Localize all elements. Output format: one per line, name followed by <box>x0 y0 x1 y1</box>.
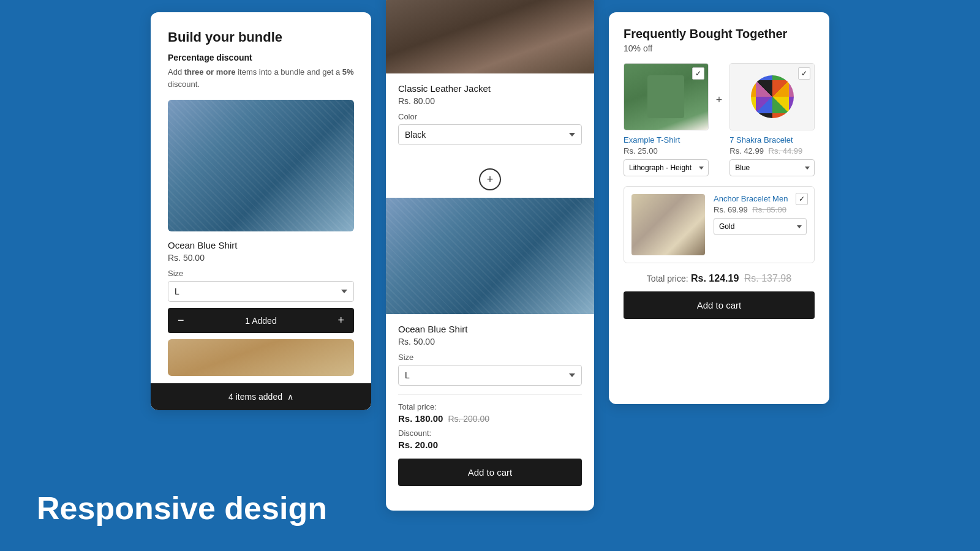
fbt-product1-checkbox[interactable]: ✓ <box>692 67 704 80</box>
desc-bold2: 5% <box>342 67 354 77</box>
center-size-select[interactable]: L XS S M XL <box>398 365 582 386</box>
fbt-product2-price: Rs. 42.99 Rs. 44.99 <box>729 146 815 156</box>
center-product1-name: Classic Leather Jacket <box>398 83 582 94</box>
fbt-discount-label: 10% off <box>624 43 815 53</box>
fbt-product2-image: ✓ <box>729 63 815 130</box>
responsive-design-text: Responsive design <box>37 490 327 527</box>
left-card: Build your bundle Percentage discount Ad… <box>151 12 371 410</box>
center-product2-image <box>386 198 594 314</box>
center-color-label: Color <box>398 112 582 121</box>
fbt-product1-price: Rs. 25.00 <box>624 146 709 156</box>
center-shirt-bg <box>386 198 594 314</box>
center-size-label: Size <box>398 353 582 362</box>
qty-plus-btn[interactable]: + <box>328 308 354 333</box>
discount-label: Percentage discount <box>168 53 354 62</box>
center-product2-name: Ocean Blue Shirt <box>398 324 582 334</box>
qty-control: − 1 Added + <box>168 308 354 333</box>
center-content: Classic Leather Jacket Rs. 80.00 Color B… <box>386 73 594 161</box>
left-size-label: Size <box>168 269 354 278</box>
fbt-total-row: Total price: Rs. 124.19 Rs. 137.98 <box>624 273 815 284</box>
fbt-product3-variant-select[interactable]: Gold Silver Black <box>714 218 807 235</box>
items-added-count: 4 items added <box>228 392 282 402</box>
fbt-product2-price-current: Rs. 42.99 <box>729 146 764 156</box>
total-label: Total price: <box>398 402 582 411</box>
left-product-price: Rs. 50.00 <box>168 253 354 263</box>
fbt-product1: ✓ Example T-Shirt Rs. 25.00 Lithograph -… <box>624 63 709 176</box>
discount-section: Percentage discount Add three or more it… <box>168 53 354 90</box>
left-size-select[interactable]: L XS S M XL <box>168 281 354 302</box>
left-card-title: Build your bundle <box>168 29 354 45</box>
fbt-add-to-cart-btn[interactable]: Add to cart <box>624 291 815 319</box>
fbt-product3-price: Rs. 69.99 Rs. 85.00 <box>714 205 807 214</box>
plus-circle-icon[interactable]: + <box>479 168 501 190</box>
items-added-chevron: ∧ <box>287 392 293 402</box>
desc-suffix: discount. <box>168 80 200 89</box>
center-top-image <box>386 0 594 73</box>
total-price-current: Rs. 180.00 <box>398 413 443 424</box>
discount-amount: Rs. 20.00 <box>398 440 582 450</box>
fbt-total-price-original: Rs. 137.98 <box>744 273 791 283</box>
fbt-product3-info: Anchor Bracelet Men Rs. 69.99 Rs. 85.00 … <box>714 194 807 235</box>
fbt-chakra-visual <box>751 75 794 118</box>
fbt-product3-price-current: Rs. 69.99 <box>714 205 748 214</box>
desc-bold: three or more <box>184 67 236 77</box>
center-product2-price: Rs. 50.00 <box>398 337 582 347</box>
fbt-plus-symbol: + <box>716 94 723 107</box>
fbt-product3-price-original: Rs. 85.00 <box>752 205 786 214</box>
fbt-product1-name: Example T-Shirt <box>624 135 709 144</box>
qty-minus-btn[interactable]: − <box>168 308 194 333</box>
center-color-select[interactable]: Black Brown Tan <box>398 124 582 145</box>
total-price-original: Rs. 200.00 <box>448 414 489 424</box>
items-added-bar[interactable]: 4 items added ∧ <box>151 383 371 410</box>
fbt-products-row: ✓ Example T-Shirt Rs. 25.00 Lithograph -… <box>624 63 815 176</box>
fbt-product1-variant-select[interactable]: Lithograph - Height Standard <box>624 159 709 176</box>
center-product1-price: Rs. 80.00 <box>398 96 582 106</box>
fbt-title: Frequently Bought Together <box>624 27 815 41</box>
fbt-product3-inner: Anchor Bracelet Men Rs. 69.99 Rs. 85.00 … <box>631 194 807 255</box>
plus-circle-symbol: + <box>487 173 494 186</box>
fbt-product2-variant-select[interactable]: Blue Red Green <box>729 159 815 176</box>
fbt-plus-icon: + <box>716 63 723 107</box>
fbt-anchor-bg <box>631 194 705 255</box>
fbt-product3-checkbox[interactable]: ✓ <box>796 193 808 205</box>
main-container: Build your bundle Percentage discount Ad… <box>0 0 980 551</box>
fbt-product3-name: Anchor Bracelet Men <box>714 194 807 203</box>
center-content2: Ocean Blue Shirt Rs. 50.00 Size L XS S M… <box>386 314 594 496</box>
fbt-product2-price-original: Rs. 44.99 <box>769 146 803 156</box>
total-section: Total price: Rs. 180.00 Rs. 200.00 Disco… <box>398 394 582 486</box>
fbt-product2-checkbox[interactable]: ✓ <box>798 67 810 80</box>
fbt-total-price-current: Rs. 124.19 <box>691 273 739 283</box>
total-prices: Rs. 180.00 Rs. 200.00 <box>398 413 582 424</box>
fbt-product3-container: ✓ Anchor Bracelet Men Rs. 69.99 Rs. 85.0… <box>624 186 815 263</box>
fbt-product2: ✓ 7 Shakra Bracelet Rs. 42.99 Rs. 44.99 … <box>729 63 815 176</box>
center-card: Classic Leather Jacket Rs. 80.00 Color B… <box>386 0 594 511</box>
center-jacket-bg <box>386 0 594 73</box>
fbt-product3-image <box>631 194 705 255</box>
fbt-total-label: Total price: <box>647 274 688 283</box>
qty-label: 1 Added <box>194 316 328 326</box>
desc-prefix: Add <box>168 67 184 77</box>
fbt-product1-image: ✓ <box>624 63 709 130</box>
left-product-name: Ocean Blue Shirt <box>168 240 354 250</box>
desc-middle: items into a bundle and get a <box>236 67 342 77</box>
discount-desc: Add three or more items into a bundle an… <box>168 66 354 90</box>
center-add-to-cart-btn[interactable]: Add to cart <box>398 459 582 486</box>
right-card: Frequently Bought Together 10% off ✓ Exa… <box>609 12 829 404</box>
fbt-product2-name: 7 Shakra Bracelet <box>729 135 815 144</box>
discount-label-row: Discount: <box>398 429 582 438</box>
left-product-image <box>168 100 354 231</box>
